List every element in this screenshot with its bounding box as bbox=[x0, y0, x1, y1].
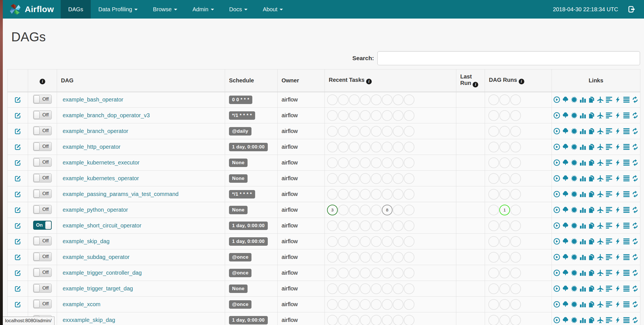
edit-dag-icon[interactable] bbox=[14, 128, 21, 133]
dag-run-circle[interactable] bbox=[510, 189, 521, 200]
dag-pause-toggle[interactable]: Off bbox=[33, 173, 52, 182]
code-view-icon[interactable] bbox=[614, 206, 621, 213]
task-state-circle[interactable] bbox=[338, 173, 349, 184]
nav-item-about[interactable]: About bbox=[255, 0, 291, 19]
task-tries-icon[interactable] bbox=[588, 191, 595, 198]
task-state-circle[interactable] bbox=[327, 126, 338, 137]
dag-pause-toggle[interactable]: Off bbox=[33, 189, 52, 198]
edit-dag-icon[interactable] bbox=[14, 239, 21, 243]
task-state-circle[interactable] bbox=[371, 315, 382, 325]
landing-times-icon[interactable] bbox=[597, 128, 604, 135]
task-state-circle[interactable] bbox=[327, 189, 338, 200]
task-state-circle[interactable] bbox=[360, 315, 371, 325]
task-state-circle[interactable] bbox=[393, 94, 403, 105]
dag-run-circle[interactable] bbox=[499, 110, 510, 121]
task-state-circle[interactable] bbox=[393, 173, 403, 184]
task-state-circle[interactable] bbox=[404, 157, 414, 168]
dag-link[interactable]: example_branch_operator bbox=[63, 128, 128, 134]
refresh-icon[interactable] bbox=[632, 128, 639, 135]
edit-dag-icon[interactable] bbox=[14, 191, 21, 196]
task-state-circle[interactable] bbox=[404, 236, 414, 247]
task-state-circle[interactable] bbox=[382, 173, 393, 184]
dag-run-circle[interactable] bbox=[510, 94, 521, 105]
trigger-dag-icon[interactable] bbox=[553, 317, 560, 324]
task-state-circle[interactable] bbox=[338, 283, 349, 294]
tree-view-icon[interactable] bbox=[562, 96, 569, 103]
task-state-circle[interactable] bbox=[338, 252, 349, 263]
task-state-circle[interactable] bbox=[360, 236, 371, 247]
tree-view-icon[interactable] bbox=[562, 317, 569, 324]
edit-dag-icon[interactable] bbox=[14, 144, 21, 149]
refresh-icon[interactable] bbox=[632, 317, 639, 324]
task-state-circle[interactable] bbox=[360, 157, 371, 168]
dag-pause-toggle[interactable]: Off bbox=[33, 158, 52, 167]
edit-dag-icon[interactable] bbox=[14, 302, 21, 306]
refresh-icon[interactable] bbox=[632, 285, 639, 292]
tree-view-icon[interactable] bbox=[562, 269, 569, 276]
refresh-icon[interactable] bbox=[632, 143, 639, 150]
dag-run-circle[interactable] bbox=[499, 268, 510, 278]
task-state-circle[interactable] bbox=[371, 283, 382, 294]
refresh-icon[interactable] bbox=[632, 175, 639, 182]
task-state-circle[interactable] bbox=[371, 142, 382, 152]
task-state-circle[interactable] bbox=[404, 189, 414, 200]
task-state-circle[interactable] bbox=[393, 157, 403, 168]
dag-run-circle[interactable] bbox=[488, 315, 499, 325]
task-duration-icon[interactable] bbox=[579, 159, 586, 166]
code-view-icon[interactable] bbox=[614, 175, 621, 182]
refresh-icon[interactable] bbox=[632, 301, 639, 308]
task-tries-icon[interactable] bbox=[588, 128, 595, 135]
task-state-circle[interactable] bbox=[404, 252, 414, 263]
task-state-circle[interactable] bbox=[404, 268, 414, 278]
task-state-circle[interactable] bbox=[338, 126, 349, 137]
dag-run-circle[interactable] bbox=[510, 220, 521, 231]
task-state-circle[interactable] bbox=[382, 126, 393, 137]
task-duration-icon[interactable] bbox=[579, 96, 586, 103]
nav-item-data-profiling[interactable]: Data Profiling bbox=[91, 0, 145, 19]
task-state-circle[interactable] bbox=[327, 252, 338, 263]
dag-pause-toggle[interactable]: Off bbox=[33, 252, 52, 261]
logs-icon[interactable] bbox=[623, 128, 630, 135]
task-state-circle[interactable] bbox=[338, 205, 349, 215]
task-state-circle[interactable] bbox=[404, 283, 414, 294]
logs-icon[interactable] bbox=[623, 191, 630, 198]
task-state-circle[interactable] bbox=[360, 220, 371, 231]
tree-view-icon[interactable] bbox=[562, 191, 569, 198]
task-state-circle[interactable] bbox=[393, 283, 403, 294]
dag-run-circle[interactable] bbox=[488, 157, 499, 168]
task-state-circle[interactable] bbox=[349, 142, 360, 152]
code-view-icon[interactable] bbox=[614, 254, 621, 261]
task-state-circle[interactable] bbox=[327, 236, 338, 247]
landing-times-icon[interactable] bbox=[597, 206, 604, 213]
task-state-circle[interactable] bbox=[382, 283, 393, 294]
task-tries-icon[interactable] bbox=[588, 112, 595, 119]
task-state-circle[interactable] bbox=[327, 315, 338, 325]
dag-run-circle[interactable] bbox=[488, 94, 499, 105]
dag-link[interactable]: example_branch_dop_operator_v3 bbox=[63, 112, 150, 118]
task-tries-icon[interactable] bbox=[588, 317, 595, 324]
task-state-circle[interactable] bbox=[371, 173, 382, 184]
dag-pause-toggle[interactable]: Off bbox=[33, 236, 52, 245]
graph-view-icon[interactable] bbox=[571, 254, 578, 261]
dag-run-circle[interactable] bbox=[499, 283, 510, 294]
code-view-icon[interactable] bbox=[614, 317, 621, 324]
task-state-circle[interactable] bbox=[360, 189, 371, 200]
task-state-circle[interactable] bbox=[371, 205, 382, 215]
landing-times-icon[interactable] bbox=[597, 191, 604, 198]
task-duration-icon[interactable] bbox=[579, 128, 586, 135]
task-state-circle[interactable] bbox=[327, 110, 338, 121]
dag-run-circle[interactable] bbox=[510, 110, 521, 121]
task-state-circle[interactable] bbox=[338, 189, 349, 200]
task-duration-icon[interactable] bbox=[579, 238, 586, 245]
task-state-circle[interactable] bbox=[327, 157, 338, 168]
dag-run-circle[interactable] bbox=[499, 189, 510, 200]
dag-link[interactable]: example_trigger_controller_dag bbox=[63, 270, 142, 276]
edit-dag-icon[interactable] bbox=[14, 113, 21, 118]
task-tries-icon[interactable] bbox=[588, 206, 595, 213]
dag-run-circle[interactable] bbox=[510, 157, 521, 168]
dag-pause-toggle[interactable]: Off bbox=[33, 268, 52, 277]
edit-dag-icon[interactable] bbox=[14, 176, 21, 180]
gantt-icon[interactable] bbox=[606, 175, 613, 182]
dag-pause-toggle[interactable]: Off bbox=[33, 284, 52, 293]
graph-view-icon[interactable] bbox=[571, 96, 578, 103]
